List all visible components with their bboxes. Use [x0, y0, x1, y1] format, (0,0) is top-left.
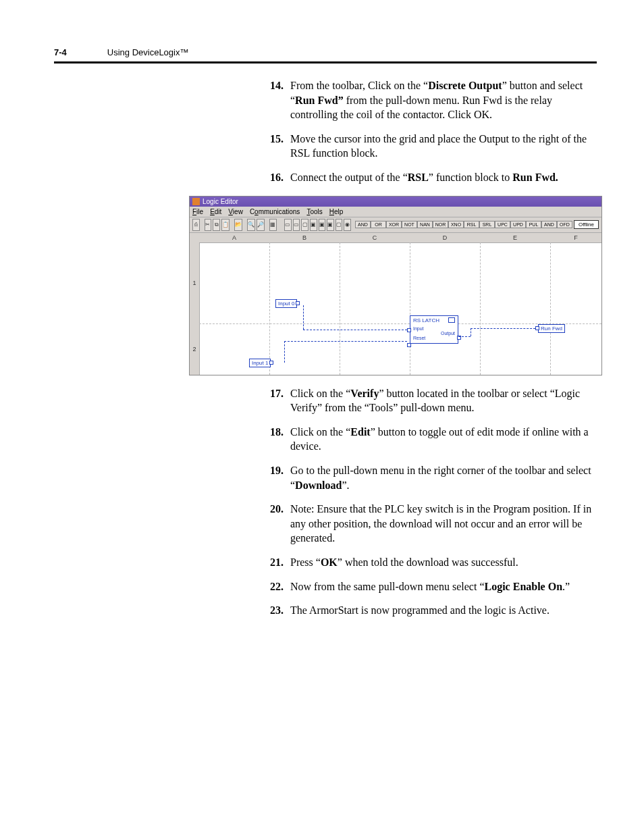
- pin-input: Input: [413, 326, 455, 331]
- grid-canvas[interactable]: A B C D E F 1 2 Input 0 Input 1 RS LATCH…: [190, 233, 601, 375]
- step-17: 17.Click on the “Verify” button located …: [270, 386, 597, 415]
- logic-and2[interactable]: AND: [541, 221, 557, 228]
- step-14: 14. From the toolbar, Click on the “Disc…: [270, 78, 597, 122]
- shape2-icon[interactable]: ▣: [310, 219, 317, 231]
- block-title: RS LATCH: [413, 317, 439, 323]
- col-b: B: [269, 233, 340, 243]
- app-icon: [192, 198, 200, 205]
- logic-rsl[interactable]: RSL: [464, 221, 479, 228]
- paste-icon[interactable]: 📋: [221, 219, 230, 231]
- shape4-icon[interactable]: ▣: [327, 219, 334, 231]
- rs-latch-block[interactable]: RS LATCH Input Output Reset: [410, 315, 458, 344]
- logic-nor[interactable]: NOR: [433, 221, 448, 228]
- pin-reset: Reset: [413, 336, 455, 340]
- run-fwd-block[interactable]: Run Fwd: [538, 324, 565, 333]
- step-22: 22.Now from the same pull-down menu sele…: [270, 579, 597, 594]
- logic-xor[interactable]: XOR: [386, 221, 402, 228]
- wire: [303, 305, 304, 330]
- col-e: E: [480, 233, 551, 243]
- window-title: Logic Editor: [203, 198, 238, 205]
- steps-before-figure: 14. From the toolbar, Click on the “Disc…: [270, 78, 597, 185]
- col-a: A: [199, 233, 270, 243]
- row-1: 1: [190, 242, 200, 324]
- corner-cell: [190, 233, 200, 243]
- copy-icon[interactable]: ⧉: [213, 219, 220, 231]
- step-15: 15. Move the cursor into the grid and pl…: [270, 132, 597, 161]
- grid-icon[interactable]: ▦: [269, 219, 277, 231]
- logic-editor-figure: Logic Editor File Edit View Communicatio…: [189, 196, 602, 375]
- input-0-block[interactable]: Input 0: [275, 299, 297, 308]
- menu-tools[interactable]: Tools: [306, 208, 322, 215]
- logic-ofd[interactable]: OFD: [557, 221, 572, 228]
- menu-file[interactable]: File: [192, 208, 203, 215]
- io-icon[interactable]: ▭: [284, 219, 292, 231]
- status-select[interactable]: Offline: [574, 220, 599, 229]
- block-icon[interactable]: ▭: [293, 219, 300, 231]
- shape1-icon[interactable]: ▢: [301, 219, 308, 231]
- step-16: 16. Connect the output of the “RSL” func…: [270, 170, 597, 185]
- logic-xno[interactable]: XNO: [448, 221, 464, 228]
- menu-help[interactable]: Help: [329, 208, 344, 215]
- cut-icon[interactable]: ✂: [205, 219, 212, 231]
- step-18: 18.Click on the “Edit” button to toggle …: [270, 425, 597, 454]
- logic-button-group: AND OR XOR NOT NAN NOR XNO RSL SRL UPC U…: [355, 221, 572, 228]
- wire: [284, 341, 407, 342]
- wire: [458, 336, 471, 337]
- zoom-in-icon[interactable]: 🔍: [247, 219, 255, 231]
- menu-view[interactable]: View: [228, 208, 243, 215]
- toolbar: ⎙ ✂ ⧉ 📋 📂 🔍 🔎 ▦ ▭ ▭ ▢ ▣ ▣ ▣ ▢ ◉ AND OR X: [190, 217, 601, 233]
- logic-upc[interactable]: UPC: [495, 221, 510, 228]
- step-19: 19.Go to the pull-down menu in the right…: [270, 463, 597, 492]
- step-20: 20.Note: Ensure that the PLC key switch …: [270, 502, 597, 546]
- wire: [471, 328, 535, 329]
- row-2: 2: [190, 323, 200, 375]
- logic-nan[interactable]: NAN: [417, 221, 433, 228]
- step-23: 23.The ArmorStart is now programmed and …: [270, 603, 597, 618]
- window-titlebar[interactable]: Logic Editor: [190, 197, 601, 207]
- logic-pul[interactable]: PUL: [526, 221, 541, 228]
- wire: [284, 341, 285, 363]
- menu-edit[interactable]: Edit: [210, 208, 221, 215]
- menubar: File Edit View Communications Tools Help: [190, 207, 601, 217]
- col-c: C: [340, 233, 410, 243]
- step-21: 21.Press “OK” when told the download was…: [270, 555, 597, 570]
- block-menu-icon[interactable]: [448, 317, 455, 323]
- print-icon[interactable]: ⎙: [192, 219, 200, 231]
- page-number: 7-4: [54, 47, 67, 57]
- input-1-block[interactable]: Input 1: [249, 359, 271, 367]
- logic-upd[interactable]: UPD: [510, 221, 526, 228]
- shape5-icon[interactable]: ▢: [336, 219, 343, 231]
- header-title: Using DeviceLogix™: [107, 47, 189, 57]
- col-f: F: [550, 233, 601, 243]
- shape3-icon[interactable]: ▣: [319, 219, 326, 231]
- logic-or[interactable]: OR: [371, 221, 386, 228]
- logic-srl[interactable]: SRL: [479, 221, 495, 228]
- steps-after-figure: 17.Click on the “Verify” button located …: [270, 386, 597, 618]
- pin-output: Output: [413, 331, 455, 336]
- shape6-icon[interactable]: ◉: [344, 219, 351, 231]
- logic-not[interactable]: NOT: [402, 221, 417, 228]
- col-d: D: [410, 233, 481, 243]
- header-rule: [54, 61, 597, 63]
- logic-and[interactable]: AND: [355, 221, 371, 228]
- wire: [471, 328, 471, 336]
- open-icon[interactable]: 📂: [234, 219, 242, 231]
- menu-communications[interactable]: Communications: [250, 208, 300, 215]
- wire: [303, 330, 407, 330]
- zoom-out-icon[interactable]: 🔎: [257, 219, 265, 231]
